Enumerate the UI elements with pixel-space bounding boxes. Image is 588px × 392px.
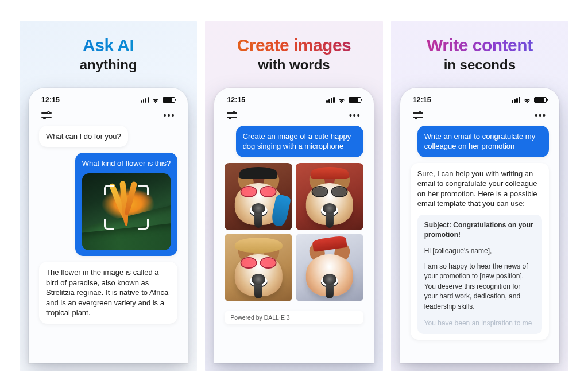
sliders-icon[interactable] — [41, 112, 52, 119]
chat-toolbar: ••• — [36, 108, 181, 126]
bot-answer: The flower in the image is called a bird… — [39, 262, 177, 324]
status-indicators — [326, 97, 361, 103]
focus-frame-icon — [104, 185, 149, 230]
wifi-icon — [338, 97, 346, 103]
bot-message: What can I do for you? — [39, 126, 128, 148]
battery-icon — [163, 97, 175, 103]
more-icon[interactable]: ••• — [164, 111, 176, 120]
status-indicators — [141, 97, 176, 103]
more-icon[interactable]: ••• — [535, 111, 547, 120]
user-message-text: What kind of flower is this? — [82, 158, 171, 169]
status-bar: 12:15 — [36, 94, 181, 108]
email-template: Subject: Congratulations on your promoti… — [417, 215, 542, 335]
more-icon[interactable]: ••• — [349, 111, 361, 120]
sliders-icon[interactable] — [413, 112, 423, 119]
status-time: 12:15 — [227, 96, 245, 104]
status-time: 12:15 — [413, 96, 431, 104]
chat-thread: Write an email to congratulate my collea… — [407, 126, 552, 340]
generated-image[interactable] — [225, 234, 292, 301]
email-faded-line: You have been an inspiration to me — [424, 319, 535, 328]
bot-message: Sure, I can help you with writing an ema… — [411, 163, 549, 340]
sliders-icon[interactable] — [227, 112, 237, 119]
generated-image[interactable] — [296, 234, 363, 301]
status-time: 12:15 — [41, 96, 60, 104]
bot-intro-text: Sure, I can help you with writing an ema… — [417, 169, 542, 209]
user-message: Create an image of a cute happy dog sing… — [236, 126, 363, 157]
panel-ask-ai: Ask AI anything 12:15 ••• What can I do … — [20, 21, 197, 371]
status-bar: 12:15 — [407, 94, 552, 108]
chat-thread: Create an image of a cute happy dog sing… — [221, 126, 366, 324]
email-greeting: Hi [colleague's name], — [424, 246, 535, 256]
powered-by-label: Powered by DALL·E 3 — [225, 311, 363, 324]
cellular-icon — [512, 97, 520, 103]
panel-create-images: Create images with words 12:15 ••• Creat… — [205, 21, 382, 371]
generated-image[interactable] — [225, 163, 292, 231]
email-subject: Subject: Congratulations on your promoti… — [424, 220, 535, 240]
status-bar: 12:15 — [221, 94, 366, 108]
headline-primary: Write content — [400, 36, 559, 56]
chat-thread: What can I do for you? What kind of flow… — [36, 126, 181, 324]
email-body: I am so happy to hear the news of your p… — [424, 262, 535, 312]
attached-image — [82, 173, 171, 250]
cellular-icon — [326, 97, 335, 103]
user-message: What kind of flower is this? — [75, 153, 178, 256]
phone-frame: 12:15 ••• Write an email to congratulate… — [400, 88, 559, 363]
chat-toolbar: ••• — [407, 108, 552, 126]
battery-icon — [534, 97, 547, 103]
app-store-screenshots: Ask AI anything 12:15 ••• What can I do … — [0, 0, 588, 392]
headline-primary: Ask AI — [29, 36, 188, 56]
headline-secondary: with words — [214, 57, 373, 73]
headline-secondary: anything — [29, 57, 188, 73]
phone-frame: 12:15 ••• Create an image of a cute happ… — [214, 88, 373, 363]
chat-toolbar: ••• — [221, 108, 366, 126]
generated-image-grid — [225, 163, 363, 301]
wifi-icon — [152, 97, 160, 103]
status-indicators — [512, 97, 547, 103]
phone-frame: 12:15 ••• What can I do for you? What ki… — [29, 88, 188, 363]
headline-primary: Create images — [214, 36, 373, 56]
generated-image[interactable] — [296, 163, 363, 231]
user-message: Write an email to congratulate my collea… — [417, 126, 549, 157]
wifi-icon — [523, 97, 531, 103]
cellular-icon — [141, 97, 149, 103]
battery-icon — [349, 97, 361, 103]
panel-write-content: Write content in seconds 12:15 ••• Write… — [391, 21, 568, 371]
headline-secondary: in seconds — [400, 57, 559, 73]
